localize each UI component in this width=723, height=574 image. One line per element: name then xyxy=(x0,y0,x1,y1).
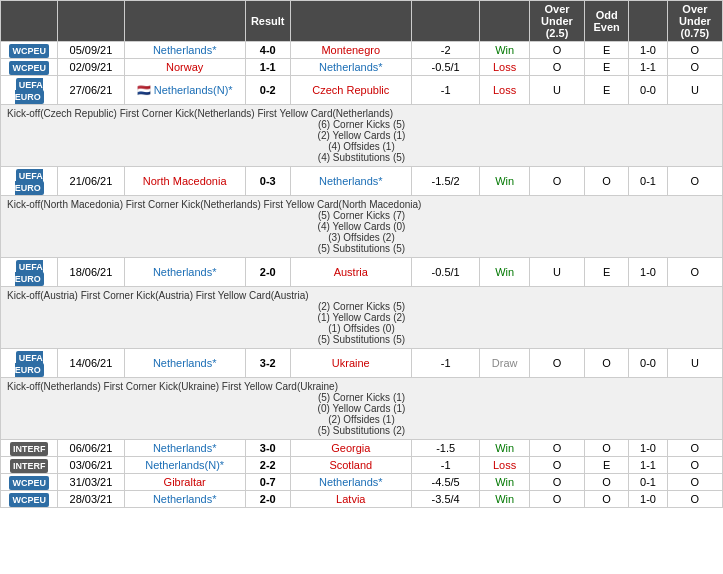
col-handicap xyxy=(411,1,479,42)
col-odd-even: Odd Even xyxy=(585,1,629,42)
match-team1[interactable]: Norway xyxy=(124,59,245,76)
match-odd-even: E xyxy=(585,76,629,105)
match-team2[interactable]: Scotland xyxy=(290,457,411,474)
match-ht: 0-0 xyxy=(629,76,668,105)
match-over-under2: U xyxy=(667,76,722,105)
match-team2[interactable]: Netherlands* xyxy=(290,167,411,196)
match-odd-even: O xyxy=(585,167,629,196)
match-badge: WCPEU xyxy=(1,491,58,508)
match-over-under: O xyxy=(529,59,584,76)
match-team1[interactable]: Netherlands* xyxy=(124,42,245,59)
main-table: Result Over Under (2.5) Odd Even Over Un… xyxy=(0,0,723,508)
table-row: UEFA EURO 27/06/21 🇳🇱 Netherlands(N)* 0-… xyxy=(1,76,723,105)
competition-badge: UEFA EURO xyxy=(15,351,44,377)
match-handicap: -0.5/1 xyxy=(411,258,479,287)
match-score: 2-0 xyxy=(245,491,290,508)
match-team1[interactable]: Gibraltar xyxy=(124,474,245,491)
detail-cell: Kick-off(North Macedonia) First Corner K… xyxy=(1,196,723,258)
match-over-under: O xyxy=(529,474,584,491)
match-score: 3-2 xyxy=(245,349,290,378)
match-over-under2: O xyxy=(667,474,722,491)
table-row: WCPEU 05/09/21 Netherlands* 4-0 Monteneg… xyxy=(1,42,723,59)
match-ht: 1-0 xyxy=(629,491,668,508)
match-team2[interactable]: Ukraine xyxy=(290,349,411,378)
detail-row: Kick-off(North Macedonia) First Corner K… xyxy=(1,196,723,258)
detail-cell: Kick-off(Austria) First Corner Kick(Aust… xyxy=(1,287,723,349)
detail-row: Kick-off(Austria) First Corner Kick(Aust… xyxy=(1,287,723,349)
match-score: 2-2 xyxy=(245,457,290,474)
match-odd-even: O xyxy=(585,440,629,457)
match-score: 2-0 xyxy=(245,258,290,287)
competition-badge: UEFA EURO xyxy=(15,169,44,195)
match-odds: Loss xyxy=(480,457,530,474)
table-row: WCPEU 28/03/21 Netherlands* 2-0 Latvia -… xyxy=(1,491,723,508)
col-result: Result xyxy=(245,1,290,42)
match-team2[interactable]: Georgia xyxy=(290,440,411,457)
match-ht: 0-0 xyxy=(629,349,668,378)
match-odd-even: O xyxy=(585,474,629,491)
match-over-under2: O xyxy=(667,59,722,76)
match-ht: 0-1 xyxy=(629,474,668,491)
match-odd-even: E xyxy=(585,42,629,59)
match-odds: Win xyxy=(480,42,530,59)
match-over-under: O xyxy=(529,349,584,378)
match-team1[interactable]: Netherlands* xyxy=(124,440,245,457)
match-score: 0-3 xyxy=(245,167,290,196)
match-odd-even: E xyxy=(585,457,629,474)
match-odds: Loss xyxy=(480,59,530,76)
match-badge: UEFA EURO xyxy=(1,349,58,378)
match-team1[interactable]: North Macedonia xyxy=(124,167,245,196)
match-score: 4-0 xyxy=(245,42,290,59)
match-score: 0-7 xyxy=(245,474,290,491)
match-team1[interactable]: Netherlands(N)* xyxy=(124,457,245,474)
match-badge: WCPEU xyxy=(1,474,58,491)
match-handicap: -0.5/1 xyxy=(411,59,479,76)
match-odds: Win xyxy=(480,440,530,457)
match-score: 3-0 xyxy=(245,440,290,457)
match-over-under2: O xyxy=(667,167,722,196)
match-team2[interactable]: Netherlands* xyxy=(290,59,411,76)
match-date: 14/06/21 xyxy=(58,349,124,378)
match-team2[interactable]: Netherlands* xyxy=(290,474,411,491)
match-team2[interactable]: Montenegro xyxy=(290,42,411,59)
match-team1[interactable]: 🇳🇱 Netherlands(N)* xyxy=(124,76,245,105)
match-ht: 1-0 xyxy=(629,258,668,287)
match-team1[interactable]: Netherlands* xyxy=(124,491,245,508)
match-team2[interactable]: Czech Republic xyxy=(290,76,411,105)
match-badge: WCPEU xyxy=(1,42,58,59)
detail-cell: Kick-off(Czech Republic) First Corner Ki… xyxy=(1,105,723,167)
col-match xyxy=(1,1,58,42)
match-team1[interactable]: Netherlands* xyxy=(124,258,245,287)
match-handicap: -3.5/4 xyxy=(411,491,479,508)
match-odd-even: O xyxy=(585,349,629,378)
competition-badge: INTERF xyxy=(10,459,49,473)
match-handicap: -1 xyxy=(411,76,479,105)
col-date xyxy=(58,1,124,42)
competition-badge: UEFA EURO xyxy=(15,260,44,286)
match-date: 28/03/21 xyxy=(58,491,124,508)
match-team2[interactable]: Austria xyxy=(290,258,411,287)
match-date: 18/06/21 xyxy=(58,258,124,287)
detail-row: Kick-off(Czech Republic) First Corner Ki… xyxy=(1,105,723,167)
table-row: INTERF 03/06/21 Netherlands(N)* 2-2 Scot… xyxy=(1,457,723,474)
match-date: 21/06/21 xyxy=(58,167,124,196)
competition-badge: WCPEU xyxy=(9,44,49,58)
match-date: 02/09/21 xyxy=(58,59,124,76)
competition-badge: UEFA EURO xyxy=(15,78,44,104)
match-ht: 0-1 xyxy=(629,167,668,196)
col-odds xyxy=(480,1,530,42)
match-badge: WCPEU xyxy=(1,59,58,76)
competition-badge: INTERF xyxy=(10,442,49,456)
match-over-under: O xyxy=(529,491,584,508)
match-badge: UEFA EURO xyxy=(1,76,58,105)
match-team1[interactable]: Netherlands* xyxy=(124,349,245,378)
table-row: WCPEU 31/03/21 Gibraltar 0-7 Netherlands… xyxy=(1,474,723,491)
match-odd-even: O xyxy=(585,491,629,508)
match-over-under2: O xyxy=(667,42,722,59)
match-handicap: -1 xyxy=(411,349,479,378)
match-over-under2: O xyxy=(667,440,722,457)
col-over-under-25: Over Under (2.5) xyxy=(529,1,584,42)
table-row: UEFA EURO 18/06/21 Netherlands* 2-0 Aust… xyxy=(1,258,723,287)
match-odds: Win xyxy=(480,167,530,196)
match-team2[interactable]: Latvia xyxy=(290,491,411,508)
